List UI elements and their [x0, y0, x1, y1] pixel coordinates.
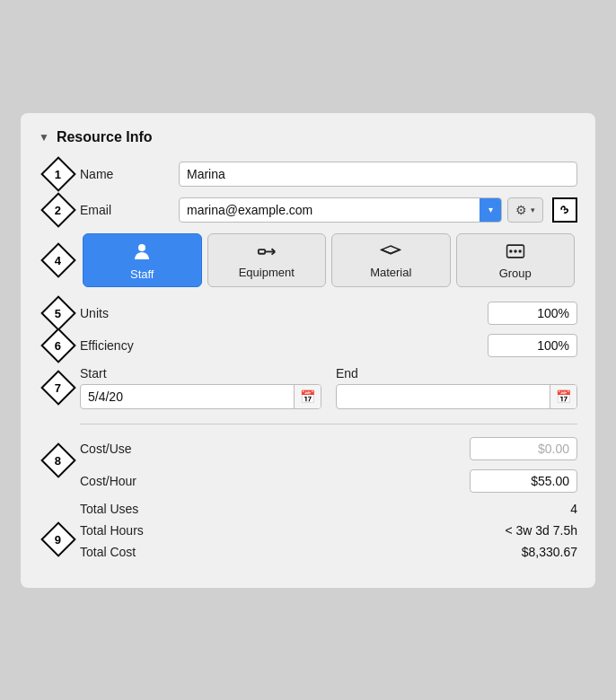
- start-date-input[interactable]: [81, 389, 294, 404]
- start-input-wrapper: 📅: [80, 384, 321, 409]
- totals-section: 9 Total Uses 4 Total Hours < 3w 3d 7.5h …: [80, 502, 577, 559]
- gear-dropdown-icon: ▾: [531, 206, 535, 214]
- tab-staff[interactable]: Staff: [83, 233, 202, 287]
- cost-per-use-label: Cost/Use: [80, 442, 470, 456]
- tab-row: Staff Equipment: [80, 233, 577, 287]
- collapse-icon[interactable]: ▼: [39, 131, 49, 144]
- group-icon: [505, 242, 526, 263]
- tab-group[interactable]: Group: [456, 233, 576, 287]
- email-input-wrapper: ▾: [179, 197, 502, 223]
- badge-8: 8: [40, 442, 76, 478]
- units-input[interactable]: [488, 302, 577, 325]
- total-cost-label: Total Cost: [80, 545, 522, 559]
- staff-icon: [132, 241, 152, 264]
- efficiency-input[interactable]: [488, 334, 577, 357]
- tab-staff-label: Staff: [130, 267, 154, 281]
- cost-per-hour-label: Cost/Hour: [80, 474, 470, 488]
- efficiency-row: 6 Efficiency: [80, 334, 577, 357]
- cost-per-use-input[interactable]: [470, 437, 577, 460]
- calendar-icon-end: 📅: [556, 389, 571, 404]
- badge-9: 9: [40, 521, 76, 557]
- svg-point-7: [514, 249, 516, 252]
- calendar-icon: 📅: [300, 389, 315, 404]
- total-uses-label: Total Uses: [80, 502, 570, 516]
- email-input[interactable]: [180, 198, 480, 222]
- divider: [80, 424, 577, 424]
- name-row: 1 Name: [80, 162, 577, 187]
- svg-point-0: [138, 244, 145, 251]
- name-label: Name: [80, 167, 179, 181]
- badge-2: 2: [40, 192, 76, 228]
- tab-equipment[interactable]: Equipment: [207, 233, 327, 287]
- equipment-icon: [257, 243, 277, 262]
- tabs-section: 4 Staff: [80, 233, 577, 287]
- cost-per-use-row: Cost/Use: [80, 437, 577, 460]
- gear-button[interactable]: ⚙ ▾: [507, 197, 543, 223]
- material-icon: [380, 243, 401, 262]
- section-header: ▼ Resource Info: [39, 129, 577, 145]
- badge-6: 6: [40, 328, 76, 363]
- panel-title: Resource Info: [57, 129, 153, 145]
- gear-icon: ⚙: [515, 203, 527, 217]
- name-input[interactable]: [179, 162, 577, 187]
- start-group: Start 📅: [80, 366, 321, 409]
- badge-7: 7: [40, 370, 76, 406]
- end-date-input[interactable]: [337, 389, 550, 404]
- cost-per-hour-row: Cost/Hour: [80, 469, 577, 493]
- email-row: 2 Email ▾ ⚙ ▾ 3: [80, 197, 577, 223]
- total-cost-row: Total Cost $8,330.67: [80, 545, 577, 559]
- start-calendar-button[interactable]: 📅: [294, 385, 321, 408]
- tab-equipment-label: Equipment: [239, 266, 295, 279]
- email-dropdown-button[interactable]: ▾: [480, 198, 501, 222]
- svg-point-8: [518, 249, 521, 252]
- svg-rect-1: [259, 249, 265, 254]
- end-group: End 📅: [336, 366, 577, 409]
- total-uses-value: 4: [570, 502, 577, 516]
- tab-material-label: Material: [370, 266, 411, 279]
- total-cost-value: $8,330.67: [522, 545, 577, 559]
- units-label: Units: [80, 306, 488, 320]
- email-label: Email: [80, 203, 179, 217]
- efficiency-label: Efficiency: [80, 338, 488, 353]
- total-hours-row: Total Hours < 3w 3d 7.5h: [80, 523, 577, 538]
- cost-section: 8 Cost/Use Cost/Hour: [80, 437, 577, 493]
- cost-per-hour-input[interactable]: [470, 469, 577, 493]
- end-input-wrapper: 📅: [336, 384, 577, 409]
- badge-1: 1: [40, 156, 76, 192]
- badge-4: 4: [40, 242, 76, 278]
- total-uses-row: Total Uses 4: [80, 502, 577, 516]
- badge-5: 5: [40, 295, 76, 331]
- end-calendar-button[interactable]: 📅: [550, 385, 576, 408]
- svg-point-6: [509, 249, 512, 252]
- units-row: 5 Units: [80, 302, 577, 325]
- start-label: Start: [80, 366, 321, 381]
- badge-3: 3: [552, 197, 577, 223]
- end-label: End: [336, 366, 577, 381]
- tab-material[interactable]: Material: [331, 233, 451, 287]
- total-hours-value: < 3w 3d 7.5h: [505, 523, 577, 538]
- date-section: Start 📅 End 📅: [80, 366, 577, 409]
- dates-section: 7 Start 📅 End 📅: [80, 366, 577, 409]
- total-hours-label: Total Hours: [80, 523, 505, 538]
- tab-group-label: Group: [499, 267, 532, 280]
